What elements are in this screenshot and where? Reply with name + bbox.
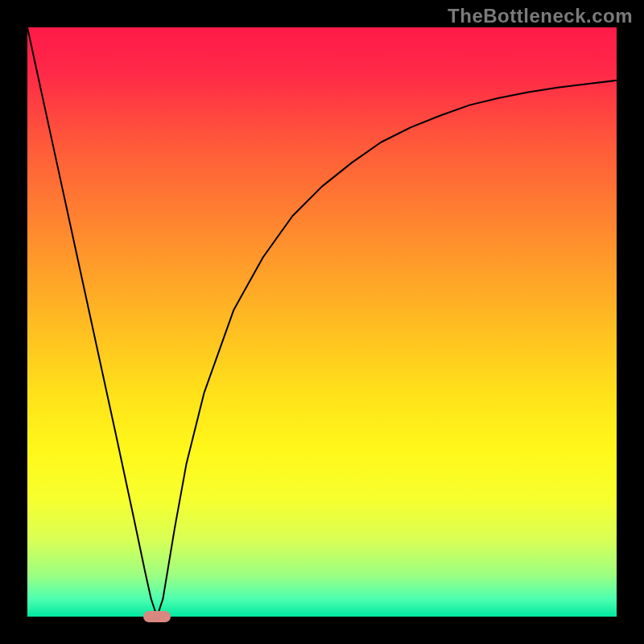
chart-container: TheBottleneck.com xyxy=(0,0,644,644)
chart-background xyxy=(27,27,617,617)
bottleneck-chart xyxy=(0,0,644,644)
minimum-marker xyxy=(143,611,171,622)
watermark-text: TheBottleneck.com xyxy=(448,5,633,27)
